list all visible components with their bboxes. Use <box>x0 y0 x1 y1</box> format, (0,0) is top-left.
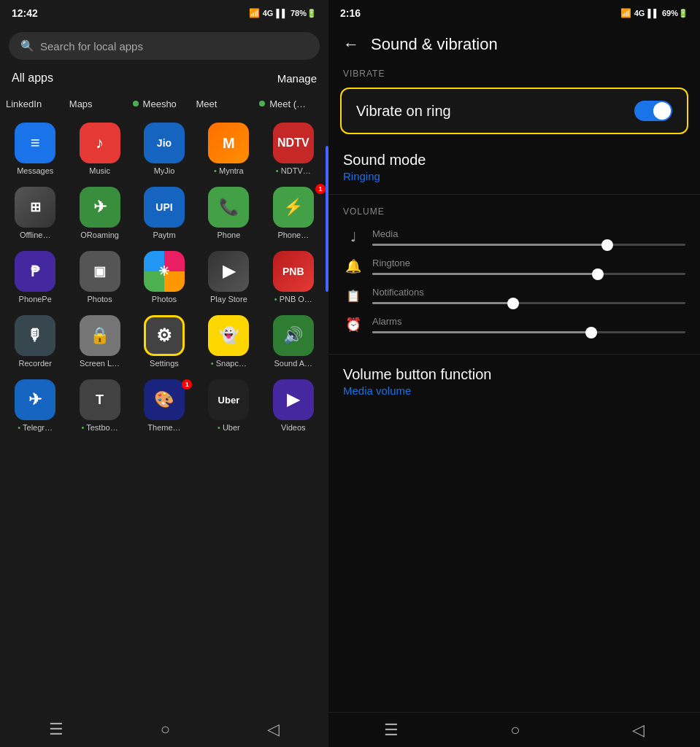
volume-btn-title: Volume button function <box>343 366 685 383</box>
paytm-icon: UPI <box>144 187 185 228</box>
bars-icon: ▌▌ <box>276 9 288 18</box>
app-paytm[interactable]: UPI Paytm <box>135 187 193 239</box>
notifications-slider-thumb[interactable] <box>507 298 519 309</box>
app-photos1[interactable]: ▣ Photos <box>70 251 128 303</box>
screenlock-icon: 🔒 <box>80 315 120 356</box>
menu-nav-left[interactable]: ☰ <box>49 720 64 739</box>
uber-label: • Uber <box>218 423 240 432</box>
app-settings[interactable]: ⚙ Settings <box>135 315 193 368</box>
settings-label: Settings <box>150 359 179 368</box>
playstore-icon: ▶ <box>208 251 249 292</box>
time-left: 12:42 <box>12 7 38 19</box>
music-icon: ♪ <box>80 123 120 163</box>
ringtone-icon: 🔔 <box>343 258 364 274</box>
app-offline[interactable]: ⊞ Offline… <box>6 187 64 239</box>
app-screenlock[interactable]: 🔒 Screen L… <box>70 315 128 368</box>
ringtone-slider-track[interactable] <box>372 273 685 275</box>
oroaming-icon: ✈ <box>80 187 120 228</box>
app-ndtv[interactable]: NDTV • NDTV… <box>264 123 323 175</box>
back-nav-left[interactable]: ◁ <box>267 720 280 739</box>
media-slider-track[interactable] <box>372 244 685 246</box>
alarms-slider-track[interactable] <box>372 331 685 333</box>
media-slider-wrap: Media <box>372 228 685 246</box>
pnb-icon: PNB <box>273 251 314 292</box>
settings-icon: ⚙ <box>144 315 185 356</box>
myntra-icon: M <box>208 123 249 163</box>
back-button[interactable]: ← <box>343 35 359 54</box>
app-snapchat[interactable]: 👻 • Snapc… <box>199 315 258 368</box>
menu-nav-right[interactable]: ☰ <box>384 721 399 740</box>
media-slider-fill <box>372 244 607 246</box>
jio-label: MyJio <box>154 166 175 175</box>
videos-icon: ▶ <box>273 379 314 420</box>
app-recorder[interactable]: 🎙 Recorder <box>6 315 64 368</box>
right-panel: 2:16 📶 4G ▌▌ 69%🔋 ← Sound & vibration VI… <box>328 0 700 747</box>
vibrate-on-ring-label: Vibrate on ring <box>356 103 451 120</box>
ringtone-slider-wrap: Ringtone <box>372 258 685 275</box>
app-pnb[interactable]: PNB • PNB O… <box>264 251 323 303</box>
notifications-slider-track[interactable] <box>372 302 685 304</box>
apps-row-2: ⊞ Offline… ✈ ORoaming UPI Paytm 📞 Phone … <box>0 181 328 245</box>
app-messages[interactable]: ≡ Messages <box>6 123 64 175</box>
sound-title: Sound & vibration <box>371 35 498 54</box>
messages-label: Messages <box>17 166 53 175</box>
app-oroaming[interactable]: ✈ ORoaming <box>70 187 128 239</box>
signal-icon: 4G <box>263 9 274 18</box>
battery-left: 78%🔋 <box>291 9 317 18</box>
app-phone[interactable]: 📞 Phone <box>199 187 258 239</box>
app-myntra[interactable]: M • Myntra <box>199 123 258 175</box>
alarms-slider-fill <box>372 331 591 333</box>
app-videos[interactable]: ▶ Videos <box>264 379 323 432</box>
app-jio[interactable]: Jio MyJio <box>135 123 193 175</box>
recorder-icon: 🎙 <box>15 315 55 356</box>
ringtone-slider-fill <box>372 273 598 275</box>
sound-mode-value: Ringing <box>343 170 685 182</box>
app-testbo[interactable]: T • Testbo… <box>70 379 128 432</box>
app-music[interactable]: ♪ Music <box>70 123 128 175</box>
ringtone-slider-thumb[interactable] <box>592 268 604 280</box>
home-nav-left[interactable]: ○ <box>161 720 170 739</box>
signal-icon-right: 4G <box>634 9 645 18</box>
list-meet[interactable]: Meet <box>196 98 259 109</box>
manage-button[interactable]: Manage <box>277 72 317 85</box>
app-phone2[interactable]: ⚡ 1 Phone… <box>264 187 323 239</box>
toggle-thumb <box>653 102 671 120</box>
volume-notifications: 📋 Notifications <box>343 287 685 304</box>
ndtv-icon: NDTV <box>273 123 314 163</box>
phone-label: Phone <box>217 231 240 239</box>
app-telegram[interactable]: ✈ • Telegr… <box>6 379 64 432</box>
sound-mode-section[interactable]: Sound mode Ringing <box>328 140 700 195</box>
vibrate-toggle[interactable] <box>634 101 672 121</box>
videos-label: Videos <box>281 423 305 432</box>
back-nav-right[interactable]: ◁ <box>632 721 645 740</box>
app-playstore[interactable]: ▶ Play Store <box>199 251 258 303</box>
theme-icon: 🎨 <box>144 379 185 420</box>
media-slider-thumb[interactable] <box>601 239 613 251</box>
search-bar[interactable]: 🔍 Search for local apps <box>9 32 320 60</box>
list-meet2[interactable]: Meet (… <box>259 98 323 109</box>
app-photos2[interactable]: ✳ Photos <box>135 251 193 303</box>
wifi-icon: 📶 <box>249 8 260 18</box>
list-linkedin[interactable]: LinkedIn <box>6 98 69 109</box>
wifi-icon-right: 📶 <box>620 8 631 18</box>
list-meesho[interactable]: Meesho <box>133 98 196 109</box>
alarms-slider-thumb[interactable] <box>585 327 597 338</box>
status-icons-right: 📶 4G ▌▌ 69%🔋 <box>620 8 688 18</box>
app-sounda[interactable]: 🔊 Sound A… <box>264 315 323 368</box>
pnb-label: • PNB O… <box>274 295 312 303</box>
app-phonepe[interactable]: ₱ PhonePe <box>6 251 64 303</box>
volume-button-section[interactable]: Volume button function Media volume <box>328 354 700 409</box>
app-uber[interactable]: Uber • Uber <box>199 379 258 432</box>
ringtone-label: Ringtone <box>372 258 685 268</box>
alarms-label: Alarms <box>372 316 685 327</box>
home-nav-right[interactable]: ○ <box>510 721 520 740</box>
snapchat-label: • Snapc… <box>211 359 247 368</box>
status-bar-left: 12:42 📶 4G ▌▌ 78%🔋 <box>0 0 328 26</box>
app-list-row: LinkedIn Maps Meesho Meet Meet (… <box>0 90 328 117</box>
vibrate-on-ring-row[interactable]: Vibrate on ring <box>340 88 688 134</box>
app-theme[interactable]: 🎨 1 Theme… <box>135 379 193 432</box>
sounda-label: Sound A… <box>274 359 313 368</box>
list-maps[interactable]: Maps <box>69 98 133 109</box>
nav-bar-left: ☰ ○ ◁ <box>0 712 328 747</box>
ndtv-label: • NDTV… <box>276 166 311 175</box>
